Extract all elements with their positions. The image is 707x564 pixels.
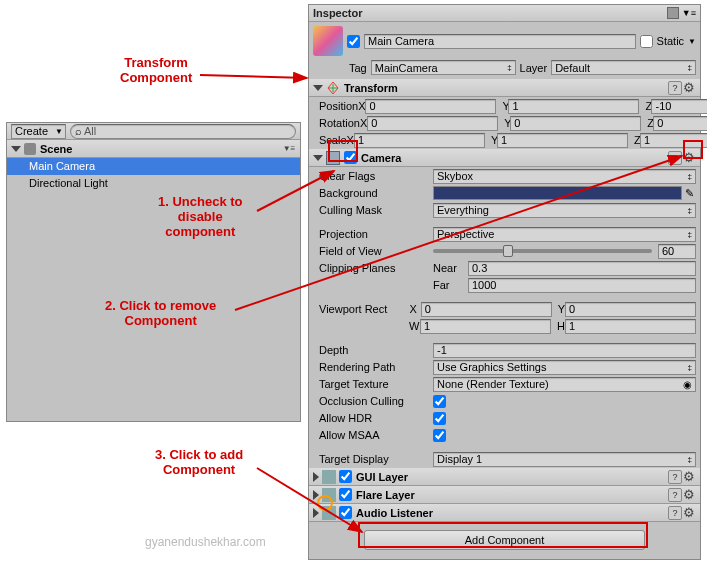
fov-label: Field of View — [313, 245, 433, 257]
target-texture-label: Target Texture — [313, 378, 433, 390]
camera-icon — [326, 151, 340, 165]
flare-layer-checkbox[interactable] — [339, 488, 352, 501]
culling-mask-label: Culling Mask — [313, 204, 433, 216]
rendering-path-value: Use Graphics Settings — [437, 361, 546, 373]
audio-listener-title: Audio Listener — [356, 507, 433, 519]
audio-listener-checkbox[interactable] — [339, 506, 352, 519]
hdr-label: Allow HDR — [313, 412, 433, 424]
viewport-y[interactable] — [565, 302, 696, 317]
hdr-checkbox[interactable] — [433, 412, 446, 425]
gear-icon[interactable]: ⚙ — [682, 488, 696, 502]
transform-header[interactable]: Transform ? ⚙ — [309, 79, 700, 97]
transform-title: Transform — [344, 82, 398, 94]
gui-layer-header[interactable]: GUI Layer?⚙ — [309, 468, 700, 486]
object-name-field[interactable] — [364, 34, 636, 49]
slider-thumb[interactable] — [503, 245, 513, 257]
hierarchy-search[interactable]: ⌕ All — [70, 124, 296, 139]
add-component-button[interactable]: Add Component — [364, 530, 645, 550]
hierarchy-toolbar: Create ▼ ⌕ All — [7, 123, 300, 140]
scale-label: Scale — [313, 134, 347, 146]
target-texture-field[interactable]: None (Render Texture)◉ — [433, 377, 696, 392]
create-label: Create — [15, 125, 48, 137]
hierarchy-panel: Create ▼ ⌕ All Scene ▼≡ Main Camera Dire… — [6, 122, 301, 422]
culling-mask-dropdown[interactable]: Everything‡ — [433, 203, 696, 218]
popup-icon[interactable]: ▼≡ — [682, 8, 696, 18]
flare-layer-title: Flare Layer — [356, 489, 415, 501]
help-icon[interactable]: ? — [668, 151, 682, 165]
occlusion-label: Occlusion Culling — [313, 395, 433, 407]
popup-icon[interactable]: ▼≡ — [282, 142, 296, 156]
help-icon[interactable]: ? — [668, 506, 682, 520]
foldout-icon — [313, 155, 323, 161]
position-x[interactable] — [365, 99, 496, 114]
scene-header[interactable]: Scene ▼≡ — [7, 140, 300, 158]
camera-header[interactable]: Camera ? ⚙ — [309, 149, 700, 167]
help-icon[interactable]: ? — [668, 81, 682, 95]
static-checkbox[interactable] — [640, 35, 653, 48]
gear-icon[interactable]: ⚙ — [682, 470, 696, 484]
gear-icon[interactable]: ⚙ — [682, 81, 696, 95]
layer-value: Default — [555, 62, 590, 74]
projection-dropdown[interactable]: Perspective‡ — [433, 227, 696, 242]
gameobject-icon — [313, 26, 343, 56]
rotation-y[interactable] — [510, 116, 641, 131]
camera-enabled-checkbox[interactable] — [344, 151, 357, 164]
highlight-circle — [317, 495, 333, 511]
layer-label: Layer — [520, 62, 548, 74]
create-button[interactable]: Create ▼ — [11, 124, 66, 139]
far-value[interactable] — [468, 278, 696, 293]
object-header: Static ▼ — [309, 22, 700, 60]
gui-layer-checkbox[interactable] — [339, 470, 352, 483]
rotation-z[interactable] — [653, 116, 707, 131]
help-icon[interactable]: ? — [668, 488, 682, 502]
watermark: gyanendushekhar.com — [145, 535, 266, 549]
gui-layer-title: GUI Layer — [356, 471, 408, 483]
viewport-x[interactable] — [421, 302, 552, 317]
camera-gear-icon[interactable]: ⚙ — [682, 151, 696, 165]
foldout-icon — [313, 472, 319, 482]
hierarchy-item[interactable]: Directional Light — [7, 175, 300, 192]
clear-flags-value: Skybox — [437, 170, 473, 182]
fov-slider[interactable] — [433, 249, 652, 253]
scale-z[interactable] — [640, 133, 707, 148]
scene-label: Scene — [40, 143, 72, 155]
hierarchy-item-label: Main Camera — [29, 160, 95, 172]
depth-value[interactable] — [433, 343, 696, 358]
position-z[interactable] — [651, 99, 707, 114]
gear-icon[interactable]: ⚙ — [682, 506, 696, 520]
foldout-icon — [313, 508, 319, 518]
camera-title: Camera — [361, 152, 401, 164]
near-value[interactable] — [468, 261, 696, 276]
static-dropdown-icon[interactable]: ▼ — [688, 37, 696, 46]
layer-dropdown[interactable]: Default‡ — [551, 60, 696, 75]
viewport-w[interactable] — [420, 319, 551, 334]
background-color[interactable] — [433, 186, 682, 200]
clear-flags-dropdown[interactable]: Skybox‡ — [433, 169, 696, 184]
transform-icon — [326, 81, 340, 95]
clipping-label: Clipping Planes — [313, 262, 433, 274]
active-checkbox[interactable] — [347, 35, 360, 48]
hierarchy-item-selected[interactable]: Main Camera — [7, 158, 300, 175]
eyedropper-icon[interactable]: ✎ — [682, 187, 696, 200]
lock-icon[interactable] — [667, 7, 679, 19]
flare-layer-header[interactable]: Flare Layer?⚙ — [309, 486, 700, 504]
help-icon[interactable]: ? — [668, 470, 682, 484]
target-display-dropdown[interactable]: Display 1‡ — [433, 452, 696, 467]
viewport-label: Viewport Rect — [313, 303, 410, 315]
scale-y[interactable] — [497, 133, 628, 148]
projection-value: Perspective — [437, 228, 494, 240]
rotation-x[interactable] — [367, 116, 498, 131]
annotation-3: 3. Click to add Component — [155, 447, 243, 477]
target-texture-value: None (Render Texture) — [437, 378, 549, 390]
viewport-h[interactable] — [565, 319, 696, 334]
inspector-panel: Inspector ▼≡ Static ▼ Tag MainCamera‡ La… — [308, 4, 701, 560]
msaa-checkbox[interactable] — [433, 429, 446, 442]
audio-listener-header[interactable]: Audio Listener?⚙ — [309, 504, 700, 522]
rendering-path-dropdown[interactable]: Use Graphics Settings‡ — [433, 360, 696, 375]
occlusion-checkbox[interactable] — [433, 395, 446, 408]
fov-value[interactable] — [658, 244, 696, 259]
scale-x[interactable] — [354, 133, 485, 148]
tag-dropdown[interactable]: MainCamera‡ — [371, 60, 516, 75]
position-y[interactable] — [508, 99, 639, 114]
inspector-title: Inspector — [313, 7, 363, 19]
